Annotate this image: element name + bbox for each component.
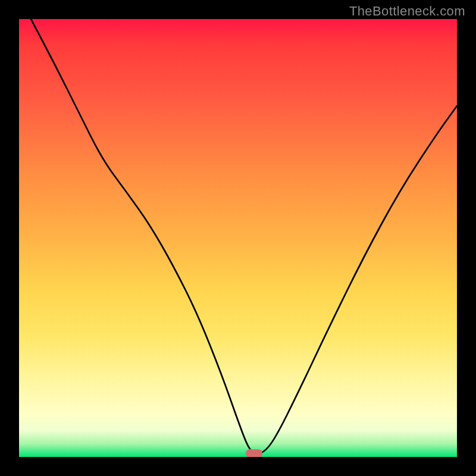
plot-area [19, 19, 457, 457]
watermark-text: TheBottleneck.com [349, 4, 465, 19]
curve-path [31, 19, 457, 453]
bottleneck-curve [19, 19, 457, 457]
optimal-marker [246, 449, 262, 457]
chart-frame: TheBottleneck.com [0, 0, 476, 476]
